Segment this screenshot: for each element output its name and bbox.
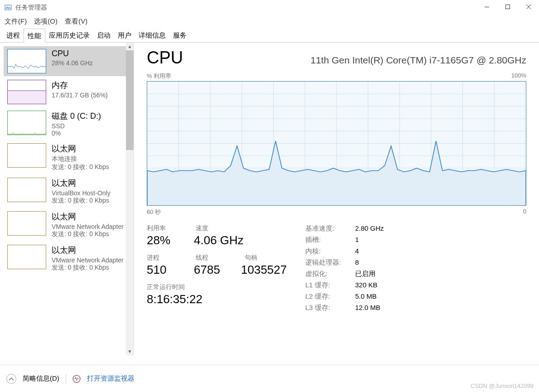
eth3-sub2: 发送: 0 接收: 0 Kbps xyxy=(52,230,130,238)
resmon-icon xyxy=(72,375,81,383)
cpu-name: 11th Gen Intel(R) Core(TM) i7-1165G7 @ 2… xyxy=(311,55,527,66)
uptime-value: 8:16:35:22 xyxy=(147,292,202,306)
fewer-details-icon[interactable] xyxy=(6,374,16,384)
memory-title: 内存 xyxy=(52,80,130,91)
chart-util-label: % 利用率 xyxy=(147,72,171,80)
fewer-details-label[interactable]: 简略信息(D) xyxy=(23,374,59,383)
menu-file[interactable]: 文件(F) xyxy=(5,17,27,25)
l2-value: 5.0 MB xyxy=(355,292,377,301)
speed-label: 速度 xyxy=(196,224,232,232)
tab-history[interactable]: 应用历史记录 xyxy=(45,29,93,42)
tab-services[interactable]: 服务 xyxy=(169,29,190,42)
tab-details[interactable]: 详细信息 xyxy=(135,29,169,42)
tab-performance[interactable]: 性能 xyxy=(24,29,45,43)
sidebar-item-eth3[interactable]: 以太网VMware Network Adapter发送: 0 接收: 0 Kbp… xyxy=(4,208,134,241)
scroll-down-icon[interactable]: ▼ xyxy=(126,348,134,355)
status-divider xyxy=(66,374,66,383)
util-label: 利用率 xyxy=(147,224,183,232)
tabs: 进程 性能 应用历史记录 启动 用户 详细信息 服务 xyxy=(0,29,539,43)
watermark: CSDN @Junson142099 xyxy=(471,382,534,389)
l3-value: 12.0 MB xyxy=(355,304,380,312)
eth2-sub2: 发送: 0 接收: 0 Kbps xyxy=(52,197,130,205)
minimize-button[interactable] xyxy=(476,0,497,14)
tab-startup[interactable]: 启动 xyxy=(93,29,114,42)
proc-label: 进程 xyxy=(147,254,183,262)
window-controls xyxy=(476,0,539,14)
eth4-title: 以太网 xyxy=(52,245,130,256)
memory-sub: 17.6/31.7 GB (56%) xyxy=(52,92,130,99)
disk-title: 磁盘 0 (C: D:) xyxy=(52,111,130,121)
eth4-sub2: 发送: 0 接收: 0 Kbps xyxy=(52,264,130,272)
close-button[interactable] xyxy=(518,0,539,14)
disk-sub1: SSD xyxy=(52,122,130,130)
menubar: 文件(F) 选项(O) 查看(V) xyxy=(0,15,539,29)
statusbar: 简略信息(D) 打开资源监视器 xyxy=(0,365,539,392)
menu-options[interactable]: 选项(O) xyxy=(34,17,58,25)
svg-rect-5 xyxy=(8,91,46,104)
eth1-thumb xyxy=(7,143,46,168)
app-icon xyxy=(5,4,12,11)
eth1-title: 以太网 xyxy=(52,143,130,154)
titlebar: 任务管理器 xyxy=(0,0,539,15)
cores-label: 内核: xyxy=(305,247,355,256)
chart-time-right: 0 xyxy=(523,208,526,216)
cpu-title: CPU xyxy=(52,49,130,58)
sidebar-item-eth4[interactable]: 以太网VMware Network Adapter发送: 0 接收: 0 Kbp… xyxy=(4,242,134,275)
eth1-sub2: 发送: 0 接收: 0 Kbps xyxy=(52,163,130,171)
memory-thumb xyxy=(7,80,46,104)
cpu-sub: 28% 4.06 GHz xyxy=(52,59,130,67)
disk-thumb xyxy=(7,111,46,135)
sidebar-item-disk[interactable]: 磁盘 0 (C: D:)SSD0% xyxy=(4,108,134,140)
lproc-value: 8 xyxy=(355,258,359,267)
l1-label: L1 缓存: xyxy=(305,281,355,290)
speed-value: 4.06 GHz xyxy=(194,233,244,247)
eth2-thumb xyxy=(7,178,46,202)
tab-users[interactable]: 用户 xyxy=(114,29,135,42)
l3-label: L3 缓存: xyxy=(305,304,355,312)
sidebar-scrollbar[interactable]: ▲ ▼ xyxy=(126,43,134,355)
sidebar: CPU28% 4.06 GHz 内存17.6/31.7 GB (56%) 磁盘 … xyxy=(0,43,134,355)
sidebar-item-memory[interactable]: 内存17.6/31.7 GB (56%) xyxy=(4,77,134,107)
cpu-chart xyxy=(147,81,526,206)
chart-time-label: 60 秒 xyxy=(147,208,161,216)
disk-sub2: 0% xyxy=(52,130,130,137)
eth1-sub1: 本地连接 xyxy=(52,155,130,163)
base-label: 基准速度: xyxy=(305,224,355,233)
eth3-title: 以太网 xyxy=(52,211,130,222)
virt-value: 已启用 xyxy=(355,270,375,278)
eth2-title: 以太网 xyxy=(52,178,130,189)
window-title: 任务管理器 xyxy=(15,4,47,12)
open-resmon-link[interactable]: 打开资源监视器 xyxy=(87,374,135,383)
cpu-thumb xyxy=(7,49,46,73)
tab-processes[interactable]: 进程 xyxy=(3,29,24,42)
maximize-button[interactable] xyxy=(497,0,518,14)
cores-value: 4 xyxy=(355,247,359,256)
eth3-sub1: VMware Network Adapter xyxy=(52,223,130,230)
lproc-label: 逻辑处理器: xyxy=(305,258,355,267)
scroll-thumb[interactable] xyxy=(126,50,134,150)
handle-value: 1035527 xyxy=(241,263,287,277)
handle-label: 句柄 xyxy=(245,254,257,262)
svg-rect-1 xyxy=(485,7,489,7)
base-value: 2.80 GHz xyxy=(355,224,384,233)
eth3-thumb xyxy=(7,211,46,236)
sidebar-item-cpu[interactable]: CPU28% 4.06 GHz xyxy=(4,46,134,76)
main-panel: CPU 11th Gen Intel(R) Core(TM) i7-1165G7… xyxy=(134,43,539,355)
util-value: 28% xyxy=(147,233,183,247)
page-title: CPU xyxy=(147,48,183,68)
menu-view[interactable]: 查看(V) xyxy=(65,17,87,25)
scroll-up-icon[interactable]: ▲ xyxy=(126,43,134,50)
eth2-sub1: VirtualBox Host-Only xyxy=(52,189,130,197)
thread-label: 线程 xyxy=(196,254,232,262)
sidebar-item-eth2[interactable]: 以太网VirtualBox Host-Only发送: 0 接收: 0 Kbps xyxy=(4,175,134,208)
chart-util-max: 100% xyxy=(511,72,526,80)
proc-value: 510 xyxy=(147,263,183,277)
thread-value: 6785 xyxy=(194,263,230,277)
eth4-thumb xyxy=(7,245,46,269)
svg-rect-2 xyxy=(506,5,510,9)
sidebar-item-eth1[interactable]: 以太网本地连接发送: 0 接收: 0 Kbps xyxy=(4,140,134,174)
sockets-value: 1 xyxy=(355,236,359,244)
sockets-label: 插槽: xyxy=(305,236,355,244)
l1-value: 320 KB xyxy=(355,281,377,290)
virt-label: 虚拟化: xyxy=(305,270,355,278)
